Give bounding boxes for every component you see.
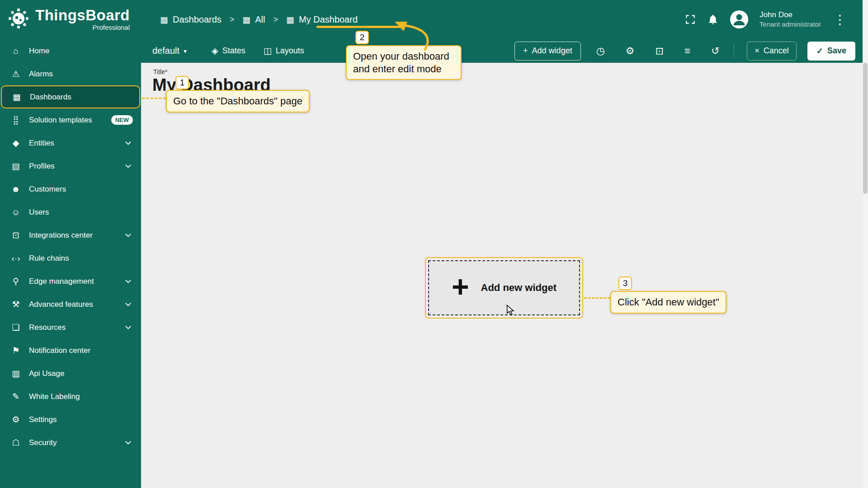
- sidebar-item-rule-chains[interactable]: ‹·› Rule chains: [0, 247, 141, 270]
- alarm-warning-icon: ⚠: [10, 69, 22, 79]
- notifications-bell-icon[interactable]: [707, 14, 719, 25]
- step1-tooltip: Go to the "Dashboards" page: [166, 90, 310, 113]
- breadcrumb-separator: >: [230, 15, 235, 24]
- chevron-down-icon: [125, 139, 131, 145]
- chevron-down-icon: ▾: [184, 47, 187, 55]
- user-role: Tenant administrator: [760, 20, 821, 29]
- flag-icon: ⚑: [10, 345, 22, 356]
- sidebar-item-api-usage[interactable]: ▥ Api Usage: [0, 362, 141, 385]
- entities-icon: ◆: [10, 138, 22, 148]
- customers-icon: ☻: [10, 184, 22, 194]
- cursor-icon: [505, 305, 515, 319]
- close-icon: ×: [755, 46, 760, 56]
- entity-aliases-icon[interactable]: ⊡: [656, 46, 664, 56]
- states-icon: ◈: [212, 47, 218, 55]
- app-name: ThingsBoard: [35, 8, 130, 23]
- chevron-down-icon: [125, 439, 131, 445]
- sidebar-item-settings[interactable]: ⚙ Settings: [0, 408, 141, 431]
- sidebar-item-notification-center[interactable]: ⚑ Notification center: [0, 339, 141, 362]
- sidebar-item-resources[interactable]: ❏ Resources: [0, 316, 141, 339]
- states-button[interactable]: ◈ States: [212, 46, 245, 56]
- chevron-down-icon: [125, 162, 131, 168]
- layouts-button[interactable]: ◫ Layouts: [264, 46, 304, 56]
- version-history-icon[interactable]: ↺: [711, 46, 719, 56]
- avatar[interactable]: [730, 10, 749, 29]
- time-window-icon[interactable]: ◷: [596, 46, 605, 56]
- kebab-menu-icon[interactable]: ⋮: [832, 12, 848, 27]
- thingsboard-logo-icon: [6, 6, 31, 33]
- sidebar: ⌂ Home ⚠ Alarms ▦ Dashboards ⣿ Solution …: [0, 39, 141, 488]
- breadcrumb: ▦ Dashboards > ▦ All > ▦ My Dashboard: [160, 14, 358, 25]
- add-widget-highlight: + Add new widget: [425, 257, 583, 319]
- sidebar-item-users[interactable]: ☺ Users: [0, 201, 141, 224]
- step3-connector-line: [584, 297, 610, 299]
- topbar-actions: John Doe Tenant administrator ⋮: [684, 10, 868, 29]
- step1-connector-line: [142, 98, 166, 99]
- add-widget-button[interactable]: + Add widget: [514, 42, 581, 61]
- fullscreen-icon[interactable]: [684, 14, 696, 25]
- sidebar-item-home[interactable]: ⌂ Home: [0, 39, 141, 62]
- cancel-button[interactable]: × Cancel: [747, 42, 797, 61]
- add-new-widget-box[interactable]: + Add new widget: [428, 260, 580, 315]
- toolbar-icons: ◷ ⚙ ⊡ ≡ ↺: [596, 46, 720, 56]
- filters-icon[interactable]: ≡: [684, 46, 690, 56]
- step1-number-badge: 1: [175, 76, 189, 89]
- dashboard-grid-icon: ▦: [286, 14, 294, 25]
- breadcrumb-separator: >: [274, 15, 278, 24]
- breadcrumb-label: Dashboards: [173, 14, 222, 25]
- sidebar-item-integrations-center[interactable]: ⊡ Integrations center: [0, 224, 141, 247]
- templates-grid-icon: ⣿: [10, 115, 22, 125]
- folder-icon: ❏: [10, 322, 22, 333]
- shield-icon: ☖: [10, 437, 22, 448]
- check-icon: ✓: [816, 46, 823, 56]
- dashboard-toolbar: default ▾ ◈ States ◫ Layouts + Add widge…: [141, 39, 868, 63]
- thingsboard-logo[interactable]: ThingsBoard Professional: [0, 6, 141, 33]
- edge-router-icon: ⚲: [10, 276, 22, 286]
- step2-number-badge: 2: [355, 31, 369, 44]
- sidebar-item-edge-management[interactable]: ⚲ Edge management: [0, 270, 141, 293]
- gear-icon: ⚙: [10, 414, 22, 425]
- plus-icon: +: [452, 272, 469, 301]
- app-subtitle: Professional: [35, 23, 130, 31]
- sidebar-item-solution-templates[interactable]: ⣿ Solution templates NEW: [0, 108, 141, 131]
- save-button[interactable]: ✓ Save: [807, 42, 855, 61]
- users-icon: ☺: [10, 207, 22, 217]
- sidebar-item-alarms[interactable]: ⚠ Alarms: [0, 62, 141, 85]
- breadcrumb-my-dashboard[interactable]: ▦ My Dashboard: [286, 14, 358, 25]
- top-bar: ThingsBoard Professional ▦ Dashboards > …: [0, 0, 868, 39]
- vertical-scrollbar-track: [863, 0, 868, 488]
- settings-gear-icon[interactable]: ⚙: [626, 46, 635, 56]
- integrations-icon: ⊡: [10, 230, 22, 240]
- user-name: John Doe: [760, 10, 821, 20]
- vertical-scrollbar-thumb[interactable]: [863, 63, 868, 194]
- paint-icon: ✎: [10, 391, 22, 402]
- sidebar-item-entities[interactable]: ◆ Entities: [0, 131, 141, 155]
- sidebar-item-customers[interactable]: ☻ Customers: [0, 178, 141, 201]
- sidebar-item-white-labeling[interactable]: ✎ White Labeling: [0, 385, 141, 408]
- breadcrumb-label: My Dashboard: [299, 14, 358, 25]
- toolbar-divider: [734, 44, 734, 58]
- layouts-icon: ◫: [264, 47, 272, 55]
- chevron-down-icon: [125, 324, 131, 329]
- new-badge: NEW: [111, 115, 133, 125]
- sidebar-item-advanced-features[interactable]: ⚒ Advanced features: [0, 293, 141, 316]
- sidebar-item-security[interactable]: ☖ Security: [0, 431, 141, 454]
- step2-curved-arrow: [382, 21, 432, 51]
- sidebar-item-profiles[interactable]: ▤ Profiles: [0, 155, 141, 178]
- step3-number-badge: 3: [618, 277, 632, 290]
- dashboards-grid-icon: ▦: [11, 92, 23, 102]
- home-icon: ⌂: [10, 46, 22, 56]
- profiles-icon: ▤: [10, 161, 22, 171]
- user-info: John Doe Tenant administrator: [760, 10, 821, 29]
- dashboard-canvas: Title* My Dashboard + Add new widget: [141, 63, 868, 488]
- chart-icon: ▥: [10, 368, 22, 379]
- breadcrumb-dashboards[interactable]: ▦ Dashboards: [160, 14, 222, 25]
- dashboard-grid-icon: ▦: [242, 14, 250, 25]
- step3-tooltip: Click "Add new widget": [610, 291, 726, 314]
- rule-chains-icon: ‹·›: [10, 253, 22, 263]
- sidebar-item-dashboards[interactable]: ▦ Dashboards: [1, 85, 140, 108]
- layout-select-value: default: [152, 46, 179, 56]
- chevron-down-icon: [125, 231, 131, 237]
- layout-select[interactable]: default ▾: [152, 46, 187, 56]
- breadcrumb-all[interactable]: ▦ All: [242, 14, 265, 25]
